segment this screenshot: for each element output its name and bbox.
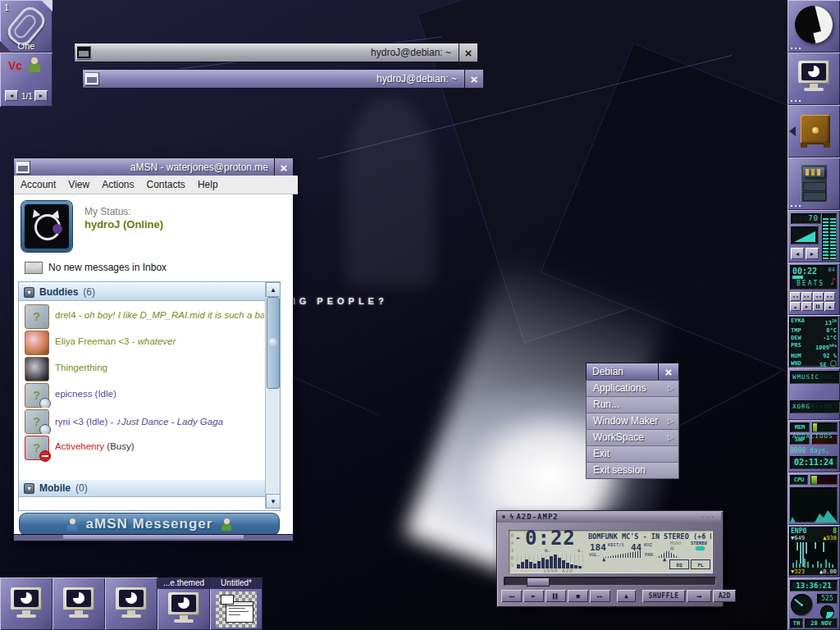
- menu-view[interactable]: View: [68, 179, 89, 190]
- close-button[interactable]: ×: [459, 43, 477, 62]
- menu-item-window-maker[interactable]: Window Maker▷: [587, 413, 678, 430]
- dock-tile-wmaker[interactable]: [788, 0, 840, 52]
- skip-back-button[interactable]: ◄◄: [790, 292, 801, 301]
- mobile-group-header[interactable]: ▼ Mobile (0): [19, 479, 270, 497]
- play-button[interactable]: ►: [523, 590, 544, 602]
- amsn-menubar: Account View Actions Contacts Help: [14, 176, 298, 194]
- eject-button[interactable]: ▲: [617, 590, 636, 602]
- appicon-terminal-1[interactable]: [0, 578, 52, 630]
- inbox-text[interactable]: No new messages in Inbox: [48, 262, 167, 273]
- previous-button[interactable]: ◄◄: [501, 590, 522, 602]
- shuffle-button[interactable]: SHUFFLE: [642, 590, 685, 602]
- play-button[interactable]: ►: [801, 302, 812, 311]
- clip-next-arrow[interactable]: [41, 0, 52, 11]
- appicon-terminal-3[interactable]: [105, 578, 158, 630]
- pause-button[interactable]: ▌▌: [813, 302, 824, 311]
- seek-thumb[interactable]: [527, 578, 550, 587]
- time-display[interactable]: 0:22: [525, 527, 576, 550]
- wallpaper-statue: [345, 98, 435, 287]
- a2d-label: A2D: [719, 592, 730, 600]
- collapse-button[interactable]: ▼: [24, 287, 34, 298]
- xmms-titlebar[interactable]: ϟ A2D-AMP2 ···: [497, 511, 721, 523]
- mixer-volume-triangle[interactable]: [791, 226, 819, 244]
- amsn-titlebar[interactable]: aMSN - waterjones@proton.me ×: [13, 158, 294, 177]
- menu-item-run[interactable]: Run...: [587, 397, 678, 413]
- miniaturize-button[interactable]: [16, 160, 30, 175]
- dock-tile-applist[interactable]: WMUSIC XORG AUDACIOUS: [788, 368, 840, 420]
- menu-item-exit[interactable]: Exit: [587, 446, 678, 463]
- terminal-window-1-titlebar[interactable]: hydroJ@debian: ~ ×: [74, 43, 478, 62]
- status-value[interactable]: hydroJ (Online): [84, 218, 163, 231]
- drawer-arrow-icon[interactable]: [789, 126, 796, 136]
- menu-item-workspace[interactable]: WorkSpace▷: [587, 430, 678, 446]
- mixer-next-channel-button[interactable]: ►: [806, 248, 819, 259]
- menu-contacts[interactable]: Contacts: [147, 179, 185, 190]
- seek-slider[interactable]: [504, 577, 716, 586]
- pan-thumb-icon[interactable]: ▲: [663, 556, 666, 563]
- dock-tile-cpu[interactable]: CPU: [788, 472, 840, 525]
- debian-menu-titlebar[interactable]: Debian: [586, 363, 659, 381]
- buddy-row[interactable]: ? epicness (Idle): [19, 381, 265, 408]
- xmms-menu-dots[interactable]: ···: [701, 513, 716, 521]
- pager-right-button[interactable]: ►: [34, 90, 48, 101]
- menu-item-applications[interactable]: Applications▷: [587, 381, 678, 397]
- appicon-themed[interactable]: ...e.themed: [158, 578, 210, 630]
- scroll-thumb[interactable]: [267, 297, 280, 389]
- workspace-clip[interactable]: 1 One: [0, 0, 52, 52]
- appicon-untitled[interactable]: Untitled*: [210, 578, 262, 630]
- collapse-button[interactable]: ▼: [24, 483, 34, 494]
- repeat-button[interactable]: →: [687, 590, 711, 602]
- a2d-button[interactable]: A2D: [713, 590, 736, 602]
- menu-close-button[interactable]: ×: [658, 363, 679, 381]
- terminal-window-2-titlebar[interactable]: hydroJ@debian: ~ ×: [82, 69, 484, 89]
- track-title[interactable]: BOMFUNK MC'S - IN STEREO (+6 B: [588, 532, 711, 541]
- close-button[interactable]: ×: [274, 158, 293, 176]
- buddies-group-header[interactable]: ▼ Buddies (6): [19, 283, 270, 301]
- dock-tile-mixer[interactable]: 70 ◄ ►: [788, 210, 840, 262]
- eject-button[interactable]: ▲: [790, 302, 801, 311]
- appicon-terminal-2[interactable]: [52, 578, 105, 630]
- pause-button[interactable]: ▌▌: [546, 590, 566, 602]
- clutterbar[interactable]: OAIDV: [509, 532, 515, 568]
- volume-thumb-icon[interactable]: ▲: [602, 556, 605, 563]
- menu-actions[interactable]: Actions: [102, 179, 134, 190]
- dock-tile-cabinet[interactable]: [788, 158, 840, 210]
- pager-dockapp[interactable]: Vc ◄ 1/1 ►: [0, 52, 52, 107]
- dock-tile-network[interactable]: ENP0 8 ▼649 ▲938: [788, 525, 840, 578]
- dock-tile-terminal[interactable]: [788, 52, 840, 105]
- buddy-row[interactable]: ? ryni <3 (Idle) - ♪Just Dance - Lady Ga…: [19, 408, 265, 434]
- eq-button[interactable]: EQ: [669, 559, 689, 569]
- buddy-row[interactable]: Eliya Freeman <3 - whatever: [19, 329, 265, 355]
- amsn-footer-button[interactable]: aMSN Messenger: [19, 513, 280, 536]
- menu-help[interactable]: Help: [198, 179, 218, 190]
- stop-button[interactable]: ■: [824, 302, 835, 311]
- mixer-prev-channel-button[interactable]: ◄: [791, 248, 804, 259]
- dock-tile-clock[interactable]: 13:36:21 525 TH 20 NOV: [788, 578, 840, 630]
- buddy-row[interactable]: ? drel4 - oh boy! I like D_MP_RAI.mid it…: [19, 303, 265, 329]
- spectrum-analyzer[interactable]: [517, 555, 586, 568]
- scrollbar[interactable]: ▲ ▼: [265, 282, 280, 509]
- dock-tile-wmusic[interactable]: 00:22 04 BEATS ♪ ◄◄ ►► ◄◄ ►► ▲ ► ▌▌ ■: [788, 262, 840, 315]
- close-button[interactable]: ×: [464, 70, 483, 88]
- dock-tile-sysmon[interactable]: MEM SWP 0000 days, 02:11:24: [788, 420, 840, 472]
- pl-button[interactable]: PL: [691, 559, 710, 569]
- stop-button[interactable]: ■: [568, 590, 588, 602]
- miniaturize-button[interactable]: [76, 45, 91, 60]
- menu-account[interactable]: Account: [21, 179, 56, 190]
- dock-tile-weather[interactable]: EYKA1320 TMP0°C DEW-1°C PRS1009hPa HUM92…: [788, 315, 840, 368]
- rewind-button[interactable]: ◄◄: [813, 292, 824, 301]
- pan-slider[interactable]: [656, 550, 679, 558]
- pager-left-button[interactable]: ◄: [5, 90, 18, 101]
- scroll-down-button[interactable]: ▼: [266, 494, 281, 509]
- skip-forward-button[interactable]: ►►: [801, 292, 812, 301]
- buddy-row[interactable]: Thingerthing: [19, 355, 265, 381]
- scroll-up-button[interactable]: ▲: [266, 282, 281, 297]
- fast-forward-button[interactable]: ►►: [824, 292, 835, 301]
- miniaturize-button[interactable]: [84, 71, 99, 86]
- resizebar[interactable]: [13, 534, 294, 541]
- buddy-row[interactable]: ? Activehenry (Busy): [19, 434, 265, 460]
- menu-item-exit-session[interactable]: Exit session: [587, 463, 678, 478]
- avatar[interactable]: [21, 201, 72, 252]
- dock-tile-drawer[interactable]: [788, 105, 840, 158]
- next-button[interactable]: ►►: [590, 590, 610, 602]
